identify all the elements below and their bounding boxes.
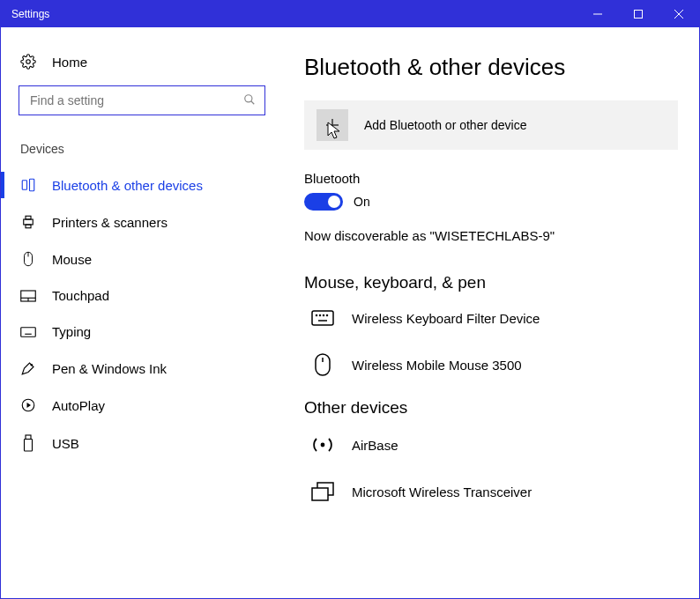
svg-point-23 [31,365,33,366]
discoverable-text: Now discoverable as "WISETECHLABS-9" [304,228,678,243]
svg-rect-7 [22,181,26,190]
autoplay-icon [20,397,36,413]
maximize-button[interactable] [618,1,659,27]
wireless-icon [309,435,336,455]
svg-rect-1 [635,11,643,18]
sidebar-item-touchpad[interactable]: Touchpad [1,277,283,314]
sidebar-item-label: Pen & Windows Ink [52,361,167,376]
close-button[interactable] [659,1,699,27]
add-device-label: Add Bluetooth or other device [364,118,526,132]
sidebar-item-autoplay[interactable]: AutoPlay [1,387,283,424]
device-airbase[interactable]: AirBase [304,430,678,476]
svg-rect-17 [21,327,36,336]
sidebar-item-mouse[interactable]: Mouse [1,240,283,277]
sidebar-item-typing[interactable]: Typing [1,314,283,350]
device-label: Microsoft Wireless Transceiver [352,484,532,499]
svg-point-34 [327,315,328,316]
svg-rect-8 [30,179,34,191]
touchpad-icon [20,290,36,302]
bluetooth-toggle-row: On [304,193,678,211]
transceiver-icon [309,481,336,502]
svg-rect-30 [312,311,333,325]
svg-point-31 [316,315,317,316]
add-device-button[interactable]: Add Bluetooth or other device [304,100,678,150]
svg-point-4 [26,60,31,64]
svg-rect-27 [25,440,33,452]
sidebar-item-label: Printers & scanners [52,215,168,230]
device-mouse[interactable]: Wireless Mobile Mouse 3500 [304,347,678,398]
bluetooth-toggle[interactable] [304,193,343,211]
mouse-icon [20,251,36,267]
home-link[interactable]: Home [1,45,283,85]
sidebar-section-label: Devices [1,142,283,166]
sidebar-item-bluetooth[interactable]: Bluetooth & other devices [1,166,283,203]
section-mouse-keyboard: Mouse, keyboard, & pen [304,273,678,292]
search-icon [243,93,256,108]
section-other-devices: Other devices [304,398,678,418]
svg-line-6 [251,100,255,104]
printer-icon [20,214,36,230]
search-field[interactable] [28,92,243,108]
svg-rect-36 [316,354,330,375]
sidebar-item-label: Typing [52,324,91,339]
page-title: Bluetooth & other devices [304,54,678,81]
bluetooth-label: Bluetooth [304,171,678,186]
svg-point-33 [324,315,324,316]
sidebar: Home Devices Bluetooth & other devices P… [1,27,283,598]
sidebar-item-label: USB [52,436,79,451]
gear-icon [20,54,36,70]
device-label: AirBase [352,438,398,453]
svg-point-32 [320,315,321,316]
pen-icon [20,360,36,376]
mouse-icon [309,352,336,377]
sidebar-item-label: Touchpad [52,288,109,303]
minimize-button[interactable] [577,1,618,27]
svg-rect-40 [312,488,328,500]
device-label: Wireless Keyboard Filter Device [352,311,540,326]
svg-marker-25 [27,403,32,408]
bluetooth-state: On [354,195,370,209]
device-label: Wireless Mobile Mouse 3500 [352,358,522,373]
svg-point-5 [245,94,252,101]
usb-icon [20,434,36,452]
device-keyboard[interactable]: Wireless Keyboard Filter Device [304,305,678,347]
main-panel: Bluetooth & other devices Add Bluetooth … [283,27,699,598]
svg-point-38 [322,444,324,447]
keyboard-icon [309,310,336,326]
device-transceiver[interactable]: Microsoft Wireless Transceiver [304,476,678,523]
plus-icon [316,109,348,141]
sidebar-item-pen[interactable]: Pen & Windows Ink [1,350,283,387]
titlebar: Settings [1,1,699,27]
svg-rect-11 [26,225,31,228]
svg-rect-9 [24,219,34,225]
sidebar-item-label: Mouse [52,252,92,267]
window-controls [577,1,699,27]
home-label: Home [52,55,87,70]
sidebar-item-printers[interactable]: Printers & scanners [1,203,283,240]
svg-rect-26 [26,435,31,440]
svg-rect-10 [26,216,31,219]
window-title: Settings [11,8,577,20]
keyboard-icon [20,327,36,337]
sidebar-item-label: Bluetooth & other devices [52,178,203,193]
bluetooth-devices-icon [20,177,36,193]
search-input[interactable] [19,85,265,115]
sidebar-item-label: AutoPlay [52,398,105,413]
sidebar-item-usb[interactable]: USB [1,424,283,462]
